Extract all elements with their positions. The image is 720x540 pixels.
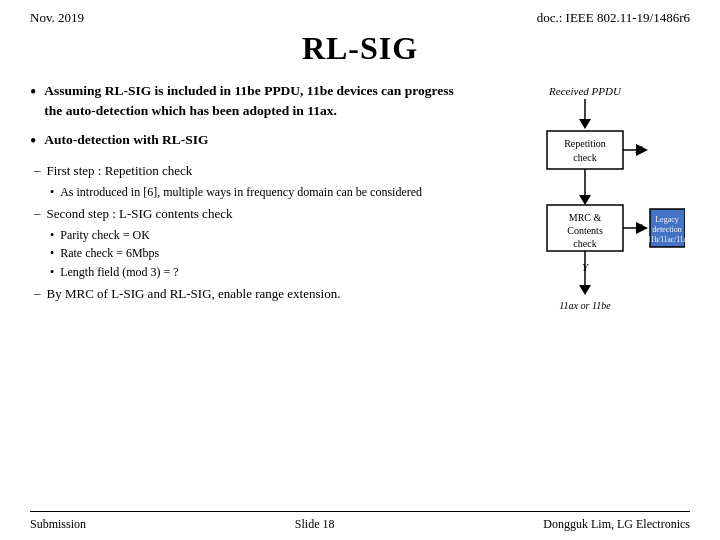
step2-sub2: • Rate check = 6Mbps [50, 245, 470, 262]
bullet2-dot: • [30, 130, 36, 153]
svg-marker-1 [579, 119, 591, 129]
y-label: Y [582, 261, 590, 273]
step1-subitems: • As introduced in [6], multiple ways in… [50, 184, 470, 201]
step1-label: First step : Repetition check [47, 162, 193, 180]
step2-sub1-dot: • [50, 227, 54, 244]
step2-subitems: • Parity check = OK • Rate check = 6Mbps… [50, 227, 470, 281]
step1-sub1-dot: • [50, 184, 54, 201]
box2-line3: check [573, 238, 596, 249]
footer-right: Dongguk Lim, LG Electronics [543, 517, 690, 532]
step1-sub1-text: As introduced in [6], multiple ways in f… [60, 184, 422, 201]
svg-marker-12 [579, 285, 591, 295]
left-column: • Assuming RL-SIG is included in 11be PP… [30, 81, 480, 507]
step1-dash: – [34, 162, 41, 178]
bullet1-text: Assuming RL-SIG is included in 11be PPDU… [44, 81, 470, 120]
right-diagram-column: Received PPDU Repetition check N MRC [480, 81, 690, 507]
right-box-line3: (11b/11ac/11a) [645, 235, 685, 244]
footer-center: Slide 18 [295, 517, 335, 532]
step3-label: By MRC of L-SIG and RL-SIG, enable range… [47, 285, 341, 303]
step2-sub3-dot: • [50, 264, 54, 281]
diagram-top-label: Received PPDU [548, 85, 622, 97]
box2-line1: MRC & [569, 212, 602, 223]
bullet1: • Assuming RL-SIG is included in 11be PP… [30, 81, 470, 120]
step2-sub3: • Length field (mod 3) = ? [50, 264, 470, 281]
bottom-label: 11ax or 11be [559, 300, 611, 311]
footer-left: Submission [30, 517, 86, 532]
step2-sub3-text: Length field (mod 3) = ? [60, 264, 178, 281]
page: Nov. 2019 doc.: IEEE 802.11-19/1486r6 RL… [0, 0, 720, 540]
bullet2-section: • Auto-detection with RL-SIG – First ste… [30, 130, 470, 303]
bullet2-intro: Auto-detection with RL-SIG [44, 130, 208, 150]
step2-label: Second step : L-SIG contents check [47, 205, 233, 223]
header-doc: doc.: IEEE 802.11-19/1486r6 [537, 10, 690, 26]
footer: Submission Slide 18 Dongguk Lim, LG Elec… [30, 511, 690, 532]
box1-line2: check [573, 152, 596, 163]
step1-sub1: • As introduced in [6], multiple ways in… [50, 184, 470, 201]
bullet2: • Auto-detection with RL-SIG [30, 130, 470, 153]
page-title: RL-SIG [30, 30, 690, 67]
step2-dash: – [34, 205, 41, 221]
step2-sub1-text: Parity check = OK [60, 227, 150, 244]
bullet1-section: • Assuming RL-SIG is included in 11be PP… [30, 81, 470, 120]
bullet2-steps: – First step : Repetition check • As int… [34, 162, 470, 304]
step2-sub2-dot: • [50, 245, 54, 262]
step1: – First step : Repetition check [34, 162, 470, 180]
svg-marker-6 [579, 195, 591, 205]
step3: – By MRC of L-SIG and RL-SIG, enable ran… [34, 285, 470, 303]
step3-dash: – [34, 285, 41, 301]
svg-rect-2 [547, 131, 623, 169]
box1-line1: Repetition [564, 138, 606, 149]
right-box-line1: Legacy [655, 215, 679, 224]
header-date: Nov. 2019 [30, 10, 84, 26]
right-box-line2: detection [652, 225, 681, 234]
step2-sub1: • Parity check = OK [50, 227, 470, 244]
header: Nov. 2019 doc.: IEEE 802.11-19/1486r6 [30, 10, 690, 26]
flow-diagram: Received PPDU Repetition check N MRC [485, 81, 685, 371]
bullet1-dot: • [30, 81, 36, 104]
main-content: • Assuming RL-SIG is included in 11be PP… [30, 81, 690, 507]
step2: – Second step : L-SIG contents check [34, 205, 470, 223]
step2-sub2-text: Rate check = 6Mbps [60, 245, 159, 262]
box2-line2: Contents [567, 225, 603, 236]
